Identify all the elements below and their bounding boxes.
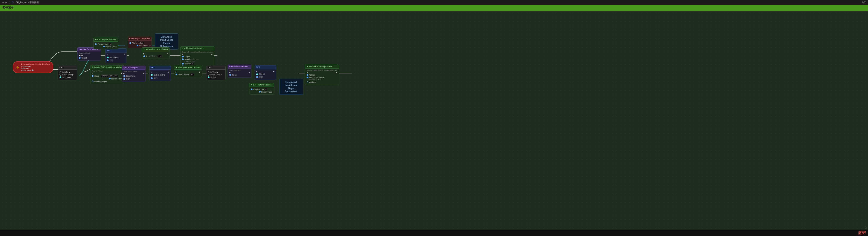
get-node-right: GET Is Valid ▶ Is Not Valid ▶ Skill UI [206, 66, 226, 80]
add-to-viewport: Add to Viewport Target is your Widget ▶▶… [122, 66, 146, 82]
remove-from-parent-bottom: Remove from Parent Target is Widget ▶▶ T… [228, 64, 251, 78]
pause-menu-label: 暂停菜单 [3, 6, 14, 10]
get-node-left: GET Is Valid ▶ Is Not Valid ▶ Stop Menu [58, 66, 78, 80]
nav-arrows[interactable]: ◀ ▶ [2, 1, 8, 4]
set-player-controller-top: ▸ Set Player Controller Player Index Ret… [128, 36, 152, 48]
top-bar: ◀ ▶ | ⬡ BP_Player > 事件面表 关闭 [0, 0, 868, 5]
set-node-bottom-2: SET ▶▶ ⬤Skill UI ⬤目标 [255, 65, 276, 80]
bottom-bar: 蓝图 [0, 230, 868, 236]
set-node-bottom-1: SET ▶▶ ⬤显示鼠标光标 ⬤目标 [149, 66, 171, 81]
blueprint-canvas[interactable]: ⚡ EnhancedInputAction IA_StopMenu Trigge… [0, 11, 868, 230]
set-node-top-1: SET ▶▶ ⬤Stop Menu ⬤目标 [105, 48, 127, 63]
enhanced-input-box-top: Enhanced Input Local Player Subsystem [155, 33, 178, 50]
remove-mapping-context: ✦ Remove Mapping Context Target is Enhan… [305, 64, 339, 85]
pause-menu-bar: 暂停菜单 [0, 5, 868, 11]
back-arrow[interactable]: ◀ [2, 1, 4, 4]
remove-from-parent-top: Remove from Parent Target is Widget ▶ Ta… [78, 47, 101, 60]
set-global-time-dilation-top: ✦ Set Global Time Dilation ▶▶ Time Dilat… [142, 47, 170, 59]
get-player-controller-top: ✦ Get Player Controller Player Index 0 R… [93, 38, 118, 49]
event-node: ⚡ EnhancedInputAction IA_StopMenu Trigge… [13, 61, 53, 73]
get-player-controller-bottom: ✦ Get Player Controller Player Index 0 R… [249, 83, 274, 95]
resize-handle[interactable]: ◺ [865, 225, 867, 229]
set-global-time-dilation-bottom: ✦ Set Global Time Dilation ▶▶ Time Dilat… [174, 66, 202, 77]
enhanced-input-box-bottom: Enhanced Input Local Player Subsystem [279, 79, 303, 95]
top-bar-title: BP_Player > 事件面表 [16, 1, 39, 4]
forward-arrow[interactable]: ▶ [5, 1, 8, 4]
blueprint-label: 蓝图 [858, 230, 865, 235]
create-wbp-node: ✦ Create WBP Stop Menu Widget Target is … [90, 65, 124, 84]
close-button[interactable]: 关闭 [862, 1, 866, 4]
